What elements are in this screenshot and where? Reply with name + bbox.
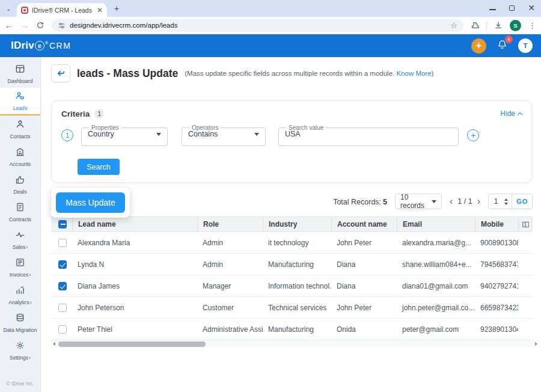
browser-profile-avatar[interactable]: S (510, 20, 521, 31)
reload-icon[interactable] (36, 21, 44, 29)
go-button[interactable]: GO (512, 194, 532, 209)
row-checkbox[interactable] (58, 304, 67, 312)
extensions-icon[interactable] (471, 21, 479, 29)
tab-search-chevron-icon[interactable]: ⌄ (6, 5, 11, 12)
downloads-icon[interactable] (494, 21, 503, 29)
sidebar-item-accounts[interactable]: Accounts (0, 143, 40, 171)
forward-nav-icon[interactable]: → (20, 21, 29, 29)
url-text[interactable]: designdev.idrivecrm.com/app/leads (70, 22, 446, 29)
scroll-left-icon[interactable] (51, 342, 57, 346)
site-favicon-icon (21, 7, 28, 14)
search-value-input[interactable]: Search value USA (278, 124, 459, 146)
column-header-mobile[interactable]: Mobile (475, 217, 518, 231)
hide-criteria-link[interactable]: Hide (500, 109, 522, 118)
page-jump-group: 1 GO (488, 194, 533, 209)
next-page-button[interactable]: › (477, 197, 480, 206)
sidebar-item-leads[interactable]: Leads (0, 88, 40, 115)
cell-role: Customer (197, 297, 263, 318)
cell-industry: Manufacturing (263, 254, 331, 275)
notification-count-badge: 4 (505, 35, 513, 43)
cell-industry: Information technol... (263, 275, 331, 296)
stepper-up-icon[interactable] (504, 198, 508, 201)
mass-update-card: Mass Update (51, 188, 130, 218)
sidebar-item-sales[interactable]: Sales› (0, 226, 40, 254)
chevron-right-icon: › (26, 244, 28, 250)
sidebar-item-contracts[interactable]: Contracts (0, 198, 40, 226)
know-more-link[interactable]: Know More (396, 70, 431, 77)
scrollbar-track[interactable] (57, 340, 533, 348)
page-size-select[interactable]: 10 records (395, 194, 442, 209)
column-header-role[interactable]: Role (197, 217, 263, 231)
table-row[interactable]: Lynda N Admin Manufacturing Diana shane.… (51, 254, 533, 275)
stepper-down-icon[interactable] (504, 203, 508, 205)
invoices-icon (15, 257, 25, 270)
table-row[interactable]: Peter Thiel Administrative Assist... Man… (51, 319, 533, 340)
cell-account-name: Diana (331, 254, 397, 275)
add-criteria-button[interactable]: + (467, 129, 479, 141)
table-row[interactable]: Alexandra Maria Admin it technology John… (51, 232, 533, 254)
cell-role: Manager (197, 275, 263, 296)
cell-mobile: 9238901304 (475, 319, 518, 340)
notifications-button[interactable]: 4 (497, 39, 508, 53)
tab-close-icon[interactable]: ✕ (97, 7, 103, 14)
table-row[interactable]: Diana James Manager Information technol.… (51, 275, 533, 297)
cell-industry: it technology (263, 232, 331, 253)
url-bar[interactable]: designdev.idrivecrm.com/app/leads ☆ (52, 19, 463, 32)
sidebar-footer: © IDrive Inc. (0, 381, 40, 392)
sidebar-item-invoices[interactable]: Invoices› (0, 254, 40, 281)
row-checkbox[interactable] (58, 282, 67, 290)
sidebar-item-data-migration[interactable]: Data Migration (0, 309, 40, 337)
horizontal-scrollbar[interactable] (51, 340, 539, 348)
cell-role: Admin (197, 254, 263, 275)
chevron-right-icon: › (29, 355, 31, 361)
toolbar-divider (486, 21, 487, 30)
mass-update-button[interactable]: Mass Update (56, 192, 125, 213)
prev-page-button[interactable]: ‹ (450, 197, 453, 206)
page-jump-input[interactable]: 1 (489, 197, 503, 206)
page-subtitle: (Mass update specific fields across mult… (185, 70, 433, 77)
row-checkbox[interactable] (58, 239, 67, 247)
sidebar-item-dashboard[interactable]: Dashboard (0, 60, 40, 88)
chevron-up-icon (518, 112, 522, 117)
window-maximize-button[interactable] (509, 5, 515, 11)
column-header-email[interactable]: Email (397, 217, 475, 231)
table-row[interactable]: John Peterson Customer Technical service… (51, 297, 533, 319)
page-indicator: 1 / 1 (457, 197, 472, 206)
scrollbar-thumb[interactable] (58, 341, 206, 347)
select-all-checkbox[interactable] (58, 220, 67, 228)
search-button[interactable]: Search (78, 159, 120, 175)
quick-add-button[interactable]: + (471, 38, 486, 54)
analytics-icon (15, 285, 25, 298)
sidebar-item-settings[interactable]: Settings› (0, 337, 40, 364)
scroll-right-icon[interactable] (533, 342, 539, 346)
column-header-account-name[interactable]: Account name (331, 217, 397, 231)
sidebar-item-deals[interactable]: Deals (0, 171, 40, 198)
site-settings-icon[interactable] (58, 22, 66, 29)
bookmark-star-icon[interactable]: ☆ (450, 21, 457, 30)
back-nav-icon[interactable]: ← (5, 21, 13, 29)
column-chooser-button[interactable] (518, 217, 533, 231)
operators-select[interactable]: Operators Contains (182, 124, 266, 146)
properties-select[interactable]: Properties Country (81, 124, 168, 146)
cell-lead-name: Diana James (72, 275, 197, 296)
window-close-button[interactable]: ✕ (528, 4, 535, 12)
user-avatar[interactable]: T (518, 38, 533, 53)
column-header-industry[interactable]: Industry (263, 217, 331, 231)
contacts-icon (15, 119, 25, 132)
dropdown-caret-icon (156, 133, 161, 136)
browser-tab[interactable]: IDrive® CRM - Leads ✕ (17, 3, 107, 17)
columns-icon (522, 221, 530, 228)
browser-menu-icon[interactable]: ⋮ (528, 21, 536, 30)
new-tab-button[interactable]: + (114, 4, 119, 13)
window-minimize-button[interactable] (489, 9, 496, 10)
sidebar-item-contacts[interactable]: Contacts (0, 115, 40, 143)
column-header-lead-name[interactable]: Lead name (72, 217, 197, 231)
app-header: IDriv e ® CRM + 4 T (0, 34, 541, 57)
row-checkbox[interactable] (58, 260, 67, 269)
row-checkbox[interactable] (58, 325, 67, 334)
main-content: leads - Mass Update (Mass update specifi… (41, 57, 541, 392)
page-jump-stepper[interactable] (503, 198, 512, 205)
cell-account-name: Diana (331, 275, 397, 296)
sidebar-item-analytics[interactable]: Analytics› (0, 281, 40, 309)
back-button[interactable] (51, 64, 70, 82)
